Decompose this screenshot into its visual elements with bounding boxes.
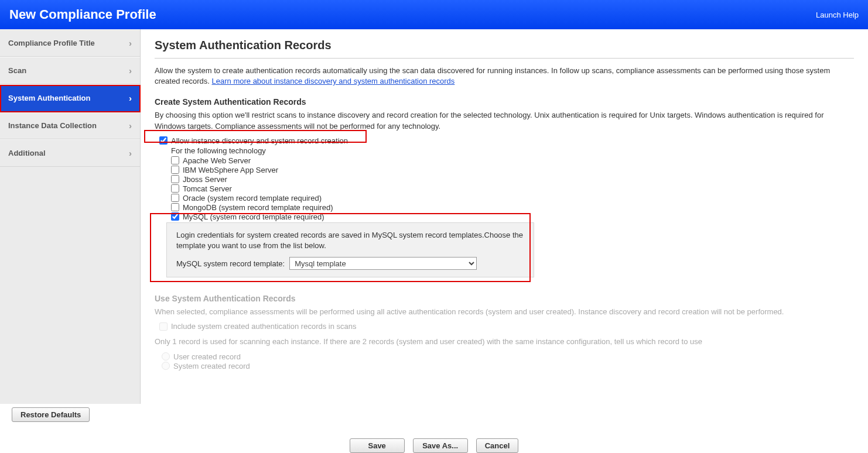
create-section-desc: By choosing this option we'll restrict s… xyxy=(155,110,854,131)
tech-label: MySQL (system record template required) xyxy=(183,212,324,221)
tech-row-oracle: Oracle (system record template required) xyxy=(171,194,854,203)
dialog-header: New Compliance Profile Launch Help xyxy=(0,0,868,29)
system-created-radio xyxy=(162,362,170,370)
tech-label: MongoDB (system record template required… xyxy=(183,203,333,212)
tech-row-apache: Apache Web Server xyxy=(171,156,854,165)
chevron-right-icon: › xyxy=(129,148,132,158)
radio-system-row: System created record xyxy=(162,362,854,370)
chevron-right-icon: › xyxy=(129,93,132,103)
only-one-record-note: Only 1 record is used for scanning each … xyxy=(155,337,854,347)
tech-label: Apache Web Server xyxy=(183,156,251,165)
sidebar: Compliance Profile Title › Scan › System… xyxy=(0,29,141,404)
restore-defaults-wrap: Restore Defaults xyxy=(0,404,868,430)
tech-intro-label: For the following technology xyxy=(171,146,854,155)
sidebar-item-label: Additional xyxy=(8,149,46,157)
main-content: System Authentication Records Allow the … xyxy=(141,29,868,404)
create-section: Create System Authentication Records By … xyxy=(155,97,854,277)
chevron-right-icon: › xyxy=(129,38,132,48)
save-button[interactable]: Save xyxy=(350,438,405,453)
tech-label: IBM WebSphere App Server xyxy=(183,166,278,174)
allow-discovery-row: Allow instance discovery and system reco… xyxy=(159,136,854,145)
tech-row-mongodb: MongoDB (system record template required… xyxy=(171,203,854,212)
tech-checkbox-mysql[interactable] xyxy=(171,212,179,221)
use-section-desc: When selected, compliance assessments wi… xyxy=(155,307,854,317)
tech-row-jboss: Jboss Server xyxy=(171,175,854,184)
allow-discovery-checkbox[interactable] xyxy=(159,136,168,145)
sidebar-item-label: System Authentication xyxy=(8,94,90,102)
tech-label: Oracle (system record template required) xyxy=(183,194,322,203)
radio-label: User created record xyxy=(173,352,241,361)
tech-row-tomcat: Tomcat Server xyxy=(171,184,854,193)
cancel-button[interactable]: Cancel xyxy=(476,438,519,453)
chevron-right-icon: › xyxy=(129,66,132,76)
chevron-right-icon: › xyxy=(129,121,132,131)
dialog-title: New Compliance Profile xyxy=(9,7,156,22)
dialog-footer: Save Save As... Cancel xyxy=(0,430,868,453)
sidebar-item-label: Scan xyxy=(8,66,26,75)
tech-label: Tomcat Server xyxy=(183,184,232,193)
learn-more-link[interactable]: Learn more about instance discovery and … xyxy=(212,77,455,85)
include-system-row: Include system created authentication re… xyxy=(159,322,854,331)
radio-user-row: User created record xyxy=(162,352,854,361)
technology-list: Apache Web Server IBM WebSphere App Serv… xyxy=(171,156,854,221)
include-system-checkbox xyxy=(159,322,168,331)
intro-text: Allow the system to create authenticatio… xyxy=(155,66,854,87)
sidebar-item-scan[interactable]: Scan › xyxy=(0,57,140,84)
template-desc: Login credentials for system created rec… xyxy=(176,230,524,251)
create-section-title: Create System Authentication Records xyxy=(155,97,854,107)
tech-label: Jboss Server xyxy=(183,175,227,184)
sidebar-item-additional[interactable]: Additional › xyxy=(0,139,140,167)
mysql-template-select[interactable]: Mysql template xyxy=(289,257,477,270)
radio-label: System created record xyxy=(173,362,250,370)
tech-row-websphere: IBM WebSphere App Server xyxy=(171,166,854,174)
sidebar-item-system-authentication[interactable]: System Authentication › xyxy=(0,84,140,112)
tech-checkbox-jboss[interactable] xyxy=(171,175,179,183)
restore-defaults-button[interactable]: Restore Defaults xyxy=(12,407,90,422)
launch-help-link[interactable]: Launch Help xyxy=(816,11,859,19)
allow-discovery-label: Allow instance discovery and system reco… xyxy=(171,136,348,145)
mysql-template-panel: Login credentials for system created rec… xyxy=(166,222,534,277)
user-created-radio xyxy=(162,352,170,361)
template-label: MySQL system record template: xyxy=(176,259,285,268)
page-title: System Authentication Records xyxy=(155,39,854,59)
use-section: Use System Authentication Records When s… xyxy=(155,294,854,370)
tech-checkbox-tomcat[interactable] xyxy=(171,184,179,193)
tech-checkbox-websphere[interactable] xyxy=(171,166,179,174)
tech-checkbox-apache[interactable] xyxy=(171,156,179,164)
tech-row-mysql: MySQL (system record template required) xyxy=(171,212,854,221)
sidebar-item-label: Instance Data Collection xyxy=(8,121,97,130)
use-section-title: Use System Authentication Records xyxy=(155,294,854,303)
sidebar-item-instance-data-collection[interactable]: Instance Data Collection › xyxy=(0,112,140,139)
include-system-label: Include system created authentication re… xyxy=(171,322,357,331)
sidebar-item-compliance-profile-title[interactable]: Compliance Profile Title › xyxy=(0,29,140,57)
tech-checkbox-mongodb[interactable] xyxy=(171,203,179,211)
save-as-button[interactable]: Save As... xyxy=(413,438,468,453)
tech-checkbox-oracle[interactable] xyxy=(171,194,179,202)
sidebar-item-label: Compliance Profile Title xyxy=(8,39,95,47)
